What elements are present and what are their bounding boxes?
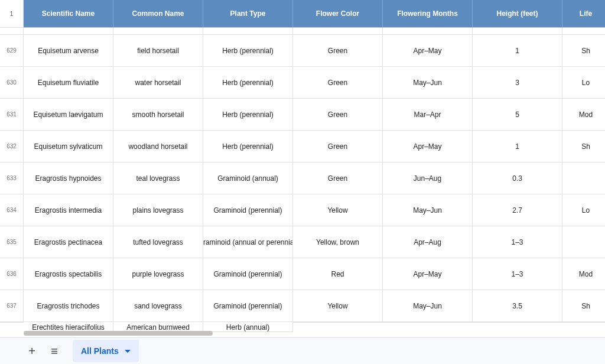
cell[interactable]: Equisetum sylvaticum	[24, 131, 113, 162]
cell[interactable]: May–Jun	[383, 290, 473, 322]
cell[interactable]: Herb (perennial)	[203, 67, 293, 99]
cell[interactable]: Yellow, brown	[293, 226, 383, 258]
row-number[interactable]: 630	[0, 67, 24, 99]
cell[interactable]: Mod	[562, 258, 605, 290]
row-number[interactable]: 637	[0, 290, 24, 322]
cell[interactable]: Yellow	[293, 290, 383, 322]
cell[interactable]: Sh	[562, 131, 605, 162]
row-number[interactable]	[0, 28, 24, 35]
horizontal-scrollbar[interactable]	[24, 330, 604, 337]
row-number[interactable]: 635	[0, 226, 24, 258]
column-header-common-name[interactable]: Common Name	[113, 0, 203, 28]
all-sheets-button[interactable]: ≡	[43, 340, 66, 362]
cell[interactable]: Mar–Apr	[383, 99, 473, 131]
cell[interactable]: 2.7	[473, 194, 562, 226]
cell[interactable]: teal lovegrass	[113, 162, 203, 194]
row-number[interactable]: 632	[0, 131, 24, 162]
row-number[interactable]: 636	[0, 258, 24, 290]
cell[interactable]	[383, 322, 473, 323]
cell[interactable]: 1	[473, 35, 562, 67]
cell[interactable]	[473, 28, 562, 35]
cell[interactable]: Apr–May	[383, 258, 473, 290]
row-number[interactable]: 633	[0, 162, 24, 194]
cell[interactable]: Mod	[562, 99, 605, 131]
table-row: 631Equisetum laevigatumsmooth horsetailH…	[0, 99, 605, 131]
cell[interactable]	[24, 28, 113, 35]
cell[interactable]: Eragrostis pectinacea	[24, 226, 113, 258]
cell[interactable]: 1–3	[473, 226, 562, 258]
cell[interactable]	[293, 322, 383, 323]
cell[interactable]: Sh	[562, 35, 605, 67]
cell[interactable]	[562, 162, 605, 194]
cell[interactable]: Graminoid (perennial)	[203, 290, 293, 322]
cell[interactable]: woodland horsetail	[113, 131, 203, 162]
cell[interactable]: 5	[473, 99, 562, 131]
cell[interactable]	[383, 28, 473, 35]
cell[interactable]: Green	[293, 131, 383, 162]
cell[interactable]: Graminoid (annual or perennial)	[203, 226, 293, 258]
cell[interactable]	[113, 28, 203, 35]
cell[interactable]: Jun–Aug	[383, 162, 473, 194]
cell[interactable]	[562, 322, 605, 323]
column-header-plant-type[interactable]: Plant Type	[203, 0, 293, 28]
cell[interactable]: 3	[473, 67, 562, 99]
cell[interactable]: May–Jun	[383, 67, 473, 99]
cell[interactable]: Graminoid (perennial)	[203, 258, 293, 290]
cell[interactable]	[562, 28, 605, 35]
cell[interactable]: field horsetail	[113, 35, 203, 67]
column-header-flower-color[interactable]: Flower Color	[293, 0, 383, 28]
cell[interactable]: Herb (perennial)	[203, 35, 293, 67]
cell[interactable]: Green	[293, 99, 383, 131]
cell[interactable]: Equisetum arvense	[24, 35, 113, 67]
cell[interactable]: Graminoid (annual)	[203, 162, 293, 194]
cell[interactable]: plains lovegrass	[113, 194, 203, 226]
cell[interactable]	[562, 226, 605, 258]
column-header-life[interactable]: Life	[562, 0, 605, 28]
horizontal-scrollbar-thumb[interactable]	[24, 331, 213, 336]
row-number[interactable]	[0, 322, 24, 323]
cell[interactable]: Eragrostis spectabilis	[24, 258, 113, 290]
add-sheet-button[interactable]: +	[21, 340, 43, 362]
cell[interactable]: tufted lovegrass	[113, 226, 203, 258]
sheet-tab-all-plants[interactable]: All Plants	[73, 340, 139, 362]
cell[interactable]: sand lovegrass	[113, 290, 203, 322]
cell[interactable]: 3.5	[473, 290, 562, 322]
cell[interactable]: Sh	[562, 290, 605, 322]
cell[interactable]: 0.3	[473, 162, 562, 194]
cell[interactable]	[293, 28, 383, 35]
cell[interactable]: Eragrostis trichodes	[24, 290, 113, 322]
cell[interactable]: Green	[293, 162, 383, 194]
cell[interactable]: purple lovegrass	[113, 258, 203, 290]
row-number[interactable]: 629	[0, 35, 24, 67]
cell[interactable]	[473, 322, 562, 323]
cell[interactable]: Graminoid (perennial)	[203, 194, 293, 226]
cell[interactable]: Apr–Aug	[383, 226, 473, 258]
cell[interactable]: Eragrostis intermedia	[24, 194, 113, 226]
cell[interactable]: smooth horsetail	[113, 99, 203, 131]
cell[interactable]: Apr–May	[383, 131, 473, 162]
cell[interactable]: 1–3	[473, 258, 562, 290]
column-header-flowering-months[interactable]: Flowering Months	[383, 0, 473, 28]
cell[interactable]: Equisetum laevigatum	[24, 99, 113, 131]
cell[interactable]: Apr–May	[383, 35, 473, 67]
cell[interactable]	[203, 28, 293, 35]
cell[interactable]: Eragrostis hypnoides	[24, 162, 113, 194]
column-header-height[interactable]: Height (feet)	[473, 0, 562, 28]
cell[interactable]: Herb (perennial)	[203, 131, 293, 162]
cell[interactable]: 1	[473, 131, 562, 162]
select-all-corner[interactable]: 1	[0, 0, 24, 28]
cell[interactable]: Yellow	[293, 194, 383, 226]
row-number[interactable]: 634	[0, 194, 24, 226]
cell[interactable]: Green	[293, 67, 383, 99]
cell[interactable]: water horsetail	[113, 67, 203, 99]
cell[interactable]: Equisetum fluviatile	[24, 67, 113, 99]
cell[interactable]: Lo	[562, 67, 605, 99]
cell[interactable]: May–Jun	[383, 194, 473, 226]
cell[interactable]: Herb (perennial)	[203, 99, 293, 131]
row-number[interactable]: 631	[0, 99, 24, 131]
cell[interactable]: Lo	[562, 194, 605, 226]
cell[interactable]: Red	[293, 258, 383, 290]
cell[interactable]: Green	[293, 35, 383, 67]
column-header-scientific-name[interactable]: Scientific Name	[24, 0, 113, 28]
spreadsheet-viewport[interactable]: 1 Scientific Name Common Name Plant Type…	[0, 0, 605, 337]
